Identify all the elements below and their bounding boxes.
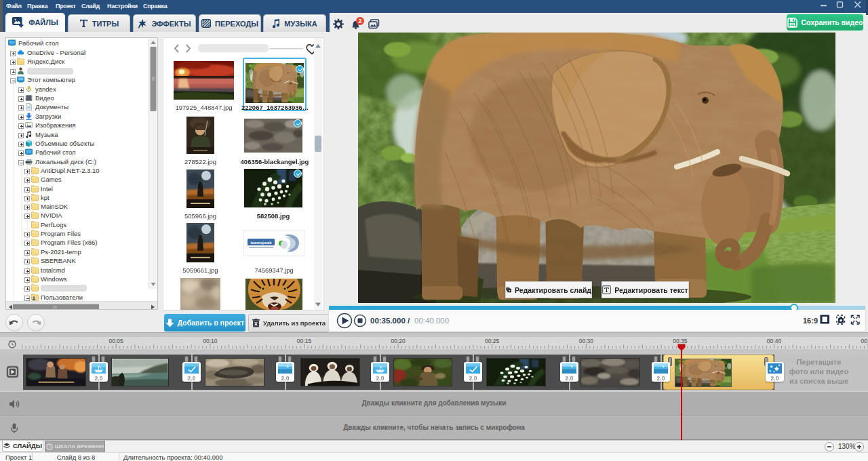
svg-text:2: 2: [358, 18, 361, 24]
svg-text:00:10: 00:10: [203, 338, 218, 344]
svg-text:00:40: 00:40: [767, 338, 782, 344]
svg-text:00:45: 00:45: [861, 338, 868, 344]
svg-text:00:25: 00:25: [485, 338, 500, 344]
svg-text:00:20: 00:20: [391, 338, 406, 344]
svg-text:00:15: 00:15: [297, 338, 312, 344]
svg-text:00:30: 00:30: [579, 338, 594, 344]
svg-text:00:05: 00:05: [109, 338, 124, 344]
